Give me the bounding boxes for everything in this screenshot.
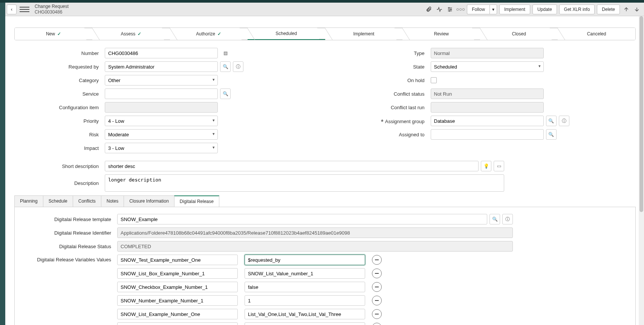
process-flow: New✓ Assess✓ Authorize✓ Scheduled Implem… [14, 27, 636, 40]
var-value-field[interactable] [245, 255, 365, 265]
short-desc-label: Short description [14, 163, 105, 169]
svg-point-5 [449, 10, 450, 11]
stage-canceled[interactable]: Canceled [558, 28, 635, 40]
follow-dropdown-button[interactable]: ▾ [490, 5, 497, 14]
context-menu-button[interactable] [20, 5, 29, 14]
remove-var-button[interactable] [372, 269, 382, 278]
info-icon[interactable]: ⓘ [559, 116, 569, 126]
suggestion-icon[interactable]: 💡 [481, 161, 491, 171]
minus-icon [375, 287, 379, 287]
number-field[interactable] [105, 48, 218, 58]
var-value-field[interactable] [245, 295, 365, 306]
info-icon[interactable]: ⓘ [502, 214, 513, 224]
tab-schedule[interactable]: Schedule [43, 195, 73, 207]
svg-point-4 [451, 9, 452, 10]
nav-up-icon[interactable] [622, 5, 630, 14]
var-value-field[interactable] [245, 268, 365, 279]
release-template-field[interactable] [117, 214, 487, 224]
stage-new[interactable]: New✓ [15, 28, 92, 40]
tab-closure[interactable]: Closure Information [124, 195, 174, 207]
knowledge-icon[interactable]: ▭ [494, 161, 504, 171]
remove-var-button[interactable] [372, 323, 382, 325]
impact-select[interactable]: 3 - Low [105, 143, 218, 153]
lookup-icon[interactable]: 🔍 [220, 61, 231, 72]
delete-button[interactable]: Delete [597, 5, 620, 14]
var-key-field[interactable] [117, 255, 238, 265]
minus-icon [375, 259, 379, 260]
lookup-icon[interactable]: 🔍 [490, 214, 500, 224]
var-key-field[interactable] [117, 268, 238, 279]
stage-authorize[interactable]: Authorize✓ [170, 28, 248, 40]
implement-button[interactable]: Implement [499, 5, 530, 14]
priority-select[interactable]: 4 - Low [105, 116, 218, 126]
scrollbar-thumb[interactable] [639, 16, 643, 212]
remove-var-button[interactable] [372, 255, 382, 265]
lookup-icon[interactable]: 🔍 [546, 129, 557, 140]
tab-notes[interactable]: Notes [101, 195, 124, 207]
personalize-icon[interactable] [446, 5, 454, 14]
scrollbar[interactable] [639, 16, 644, 325]
var-value-field[interactable] [245, 282, 365, 292]
back-button[interactable]: ‹ [7, 5, 17, 14]
chevron-left-icon: ‹ [11, 6, 12, 12]
requested-by-label: Requested by [14, 64, 105, 70]
var-key-field[interactable] [117, 322, 238, 325]
var-value-field[interactable] [245, 322, 365, 325]
info-icon[interactable]: ⓘ [233, 61, 243, 72]
nav-down-icon[interactable] [633, 5, 641, 14]
barcode-icon[interactable]: ▤ [220, 48, 231, 58]
get-xlr-info-button[interactable]: Get XLR info [559, 5, 595, 14]
risk-select[interactable]: Moderate [105, 129, 218, 140]
assignment-group-field[interactable] [431, 116, 544, 126]
form-tabs: Planning Schedule Conflicts Notes Closur… [14, 195, 636, 207]
conflict-last-run-label: Conflict last run [340, 105, 431, 110]
service-field[interactable] [105, 88, 218, 99]
var-value-field[interactable] [245, 309, 365, 319]
remove-var-button[interactable] [372, 296, 382, 305]
lookup-icon[interactable]: 🔍 [220, 88, 231, 99]
remove-var-button[interactable] [372, 309, 382, 319]
requested-by-field[interactable] [105, 61, 218, 72]
desc-label: Description [14, 180, 105, 186]
stage-review[interactable]: Review [402, 28, 480, 40]
conflict-last-run-field [431, 102, 544, 113]
tab-digitalai[interactable]: Digitalai Release [174, 195, 219, 207]
priority-label: Priority [14, 118, 105, 124]
stage-closed[interactable]: Closed [480, 28, 558, 40]
remove-var-button[interactable] [372, 282, 382, 292]
on-hold-checkbox[interactable] [431, 77, 437, 83]
more-icon[interactable]: ○○○ [456, 5, 465, 14]
stage-assess[interactable]: Assess✓ [92, 28, 170, 40]
var-key-field[interactable] [117, 282, 238, 292]
tab-planning[interactable]: Planning [14, 195, 43, 207]
var-row [117, 255, 389, 265]
state-label: State [340, 64, 431, 70]
state-select[interactable]: Scheduled [431, 61, 544, 72]
update-button[interactable]: Update [532, 5, 557, 14]
config-item-field [105, 102, 218, 113]
short-desc-field[interactable] [105, 161, 479, 171]
category-select[interactable]: Other [105, 75, 218, 85]
desc-field[interactable]: longer description [105, 174, 504, 192]
attachment-icon[interactable] [425, 5, 433, 14]
var-key-field[interactable] [117, 295, 238, 306]
release-vars-label: Digitalai Release Variables Values [19, 255, 117, 262]
svg-point-3 [448, 7, 450, 8]
check-icon: ✓ [57, 31, 61, 37]
var-row [117, 268, 389, 279]
caret-down-icon: ▾ [492, 7, 494, 12]
risk-label: Risk [14, 132, 105, 137]
stage-implement[interactable]: Implement [325, 28, 403, 40]
var-key-field[interactable] [117, 309, 238, 319]
tab-conflicts[interactable]: Conflicts [73, 195, 101, 207]
stage-scheduled[interactable]: Scheduled [248, 28, 325, 40]
minus-icon [375, 314, 379, 314]
lookup-icon[interactable]: 🔍 [546, 116, 557, 126]
follow-button[interactable]: Follow [467, 5, 490, 14]
number-label: Number [14, 50, 105, 56]
assigned-to-label: Assigned to [340, 132, 431, 137]
type-label: Type [340, 50, 431, 56]
assigned-to-field[interactable] [431, 129, 544, 140]
activity-icon[interactable] [435, 5, 444, 14]
var-row [117, 309, 389, 319]
